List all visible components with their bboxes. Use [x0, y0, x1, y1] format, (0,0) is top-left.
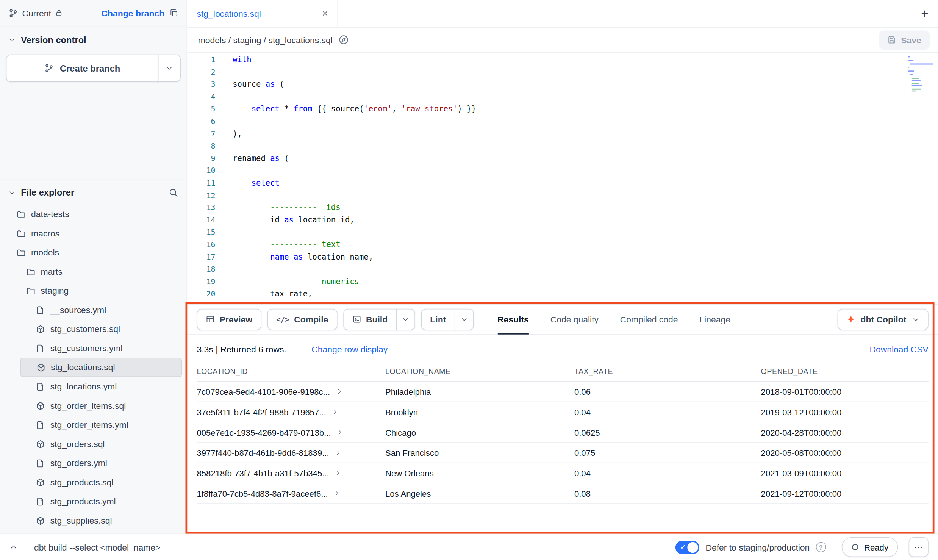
file-tree-item-models[interactable]: models [0, 243, 187, 262]
build-button[interactable]: Build [343, 308, 397, 330]
column-header-location-id: LOCATION_ID [197, 362, 385, 381]
file-explorer-header[interactable]: File explorer [0, 180, 187, 205]
save-button[interactable]: Save [879, 30, 930, 50]
file-name: macros [31, 228, 59, 238]
search-icon[interactable] [169, 188, 178, 197]
current-branch[interactable]: Current [8, 8, 63, 17]
folder-icon [17, 248, 26, 257]
file-tree-item-stg-locations-sql[interactable]: stg_locations.sql [20, 358, 182, 377]
cell-location-id: 005e7e1c-1935-4269-b479-0713b... [197, 422, 385, 443]
lint-button[interactable]: Lint [421, 308, 455, 330]
table-row: 858218fb-73f7-4b1b-a31f-57b345...New Orl… [197, 463, 929, 483]
file-tree-item-staging[interactable]: staging [0, 281, 187, 300]
expand-row-icon[interactable] [336, 388, 342, 395]
version-control-header[interactable]: Version control [0, 26, 187, 52]
minimap-line [912, 83, 919, 84]
minimap-line [908, 87, 933, 88]
cell-tax-rate: 0.075 [574, 443, 761, 463]
code-line: 4 [187, 91, 938, 103]
breadcrumb: models / staging / stg_locations.sql [198, 35, 333, 44]
chevron-down-icon [402, 316, 409, 323]
code-line: 12 [187, 189, 938, 202]
git-branch-icon [8, 8, 18, 17]
minimap[interactable] [907, 55, 935, 93]
copilot-label: dbt Copilot [860, 314, 906, 324]
new-tab-button[interactable]: + [921, 7, 928, 20]
file-tree-item-macros[interactable]: macros [0, 224, 187, 243]
create-branch-button[interactable]: Create branch [6, 55, 159, 82]
expand-row-icon[interactable] [335, 449, 341, 456]
file-tree-item-stg-orders-yml[interactable]: stg_orders.yml [0, 454, 187, 473]
expand-row-icon[interactable] [334, 490, 341, 496]
minimap-line [908, 67, 909, 68]
file-name: stg_locations.yml [50, 382, 117, 391]
more-menu-button[interactable]: ⋯ [909, 537, 929, 557]
file-tree-item-stg-supplies-sql[interactable]: stg_supplies.sql [0, 511, 187, 530]
minimap-line [912, 78, 919, 79]
cell-location-id: 37e5f311-b7f4-4f2f-988b-719657... [197, 402, 385, 422]
preview-button[interactable]: Preview [197, 308, 261, 330]
code-line: 9renamed as ( [187, 152, 938, 165]
line-number: 1 [187, 54, 233, 66]
file-name: stg_order_items.yml [50, 420, 128, 430]
cell-opened-date: 2019-03-12T00:00:00 [761, 402, 929, 422]
results-tabs: ResultsCode qualityCompiled codeLineage [497, 305, 730, 334]
cell-location-name: Brooklyn [385, 402, 574, 422]
model-cube-icon [36, 440, 45, 449]
file-tree-item-sources-yml[interactable]: __sources.yml [0, 300, 187, 320]
compass-icon[interactable] [339, 35, 349, 45]
command-input[interactable]: dbt build --select <model_name> [34, 542, 160, 552]
results-tab-compiled-code[interactable]: Compiled code [620, 305, 678, 334]
line-number: 12 [187, 189, 233, 202]
download-csv-link[interactable]: Download CSV [869, 345, 928, 354]
model-cube-icon [36, 363, 45, 372]
tab-stg-locations-sql[interactable]: stg_locations.sql × [187, 0, 338, 27]
status-ready-pill[interactable]: Ready [841, 537, 898, 557]
compile-button[interactable]: </> Compile [267, 308, 338, 330]
line-number: 3 [187, 78, 233, 91]
file-tree-item-stg-order-items-sql[interactable]: stg_order_items.sql [0, 396, 187, 415]
file-tree-item-stg-locations-yml[interactable]: stg_locations.yml [0, 377, 187, 396]
file-tree-item-stg-customers-yml[interactable]: stg_customers.yml [0, 339, 187, 358]
column-header-opened-date: OPENED_DATE [761, 362, 929, 381]
file-tree-item-stg-customers-sql[interactable]: stg_customers.sql [0, 319, 187, 339]
create-branch-dropdown[interactable] [158, 55, 181, 82]
minimap-line [908, 69, 933, 70]
code-line: 11 select [187, 177, 938, 189]
code-lines: 1with23source as (45 select * from {{ so… [187, 54, 938, 300]
folder-icon [26, 286, 35, 296]
change-row-display-link[interactable]: Change row display [311, 345, 388, 354]
code-editor[interactable]: 1with23source as (45 select * from {{ so… [187, 53, 938, 304]
expand-row-icon[interactable] [332, 409, 339, 415]
build-dropdown[interactable] [396, 308, 415, 330]
file-tree-item-marts[interactable]: marts [0, 262, 187, 282]
change-branch-link[interactable]: Change branch [102, 8, 165, 17]
file-name: staging [41, 286, 69, 296]
file-tree-item-stg-orders-sql[interactable]: stg_orders.sql [0, 434, 187, 454]
file-tree-item-stg-order-items-yml[interactable]: stg_order_items.yml [0, 415, 187, 435]
cell-opened-date: 2018-09-01T00:00:00 [761, 382, 929, 402]
copy-icon[interactable] [169, 8, 178, 17]
sidebar: Current Change branch Version control [0, 0, 187, 534]
file-tree-item-data-tests[interactable]: data-tests [0, 205, 187, 224]
editor-tabbar: stg_locations.sql × + [187, 0, 938, 28]
line-number: 11 [187, 177, 233, 189]
file-tree-item-stg-products-sql[interactable]: stg_products.sql [0, 472, 187, 492]
expand-row-icon[interactable] [335, 470, 341, 476]
close-tab-icon[interactable]: × [322, 9, 328, 18]
lint-dropdown[interactable] [454, 308, 474, 330]
results-tab-code-quality[interactable]: Code quality [550, 305, 599, 334]
expand-row-icon[interactable] [337, 429, 343, 435]
line-number: 20 [187, 288, 233, 300]
results-tab-lineage[interactable]: Lineage [699, 305, 730, 334]
minimap-line [908, 65, 933, 66]
dbt-copilot-button[interactable]: dbt Copilot [838, 308, 928, 330]
file-name: stg_products.yml [50, 497, 116, 506]
results-tab-results[interactable]: Results [497, 305, 529, 334]
minimap-line [908, 60, 913, 61]
chevron-up-icon[interactable] [9, 543, 17, 551]
file-tree-item-stg-products-yml[interactable]: stg_products.yml [0, 492, 187, 511]
help-icon[interactable]: ? [816, 542, 826, 552]
folder-icon [17, 229, 26, 238]
defer-toggle[interactable]: ✓ [675, 541, 699, 554]
